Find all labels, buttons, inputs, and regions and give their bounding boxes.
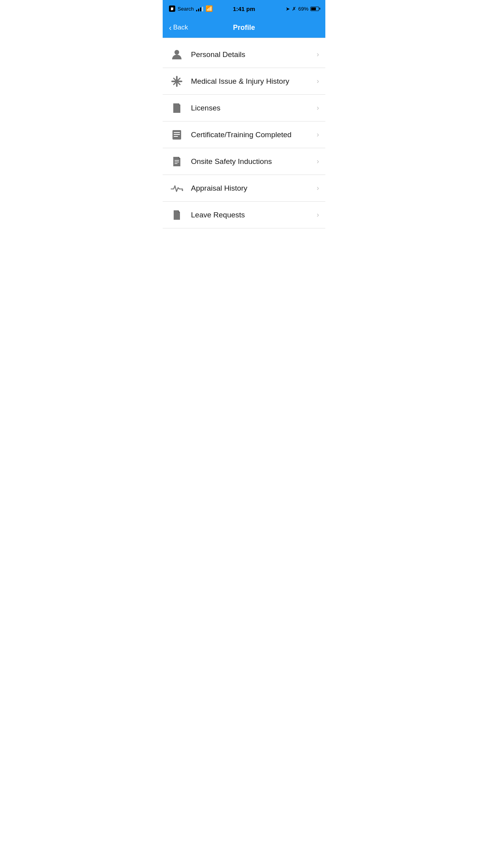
chevron-right-icon: › — [317, 77, 319, 85]
menu-item-onsite-safety[interactable]: Onsite Safety Inductions › — [163, 148, 325, 175]
back-chevron-icon: ‹ — [169, 24, 172, 31]
chevron-right-icon: › — [317, 50, 319, 59]
menu-item-leave-requests[interactable]: Leave Requests › — [163, 202, 325, 228]
bluetooth-icon: ✗ — [292, 6, 296, 12]
menu-item-appraisal-history[interactable]: Appraisal History › — [163, 175, 325, 202]
menu-list: Personal Details › Medical Issue & Injur… — [163, 41, 325, 228]
certificate-training-label: Certificate/Training Completed — [191, 131, 317, 139]
chevron-right-icon: › — [317, 104, 319, 112]
pulse-icon — [169, 180, 185, 196]
signal-bars-icon — [196, 6, 203, 11]
appraisal-history-label: Appraisal History — [191, 184, 317, 193]
nav-separator — [163, 38, 325, 38]
status-right: ➤ ✗ 69% — [286, 6, 319, 12]
menu-item-personal-details[interactable]: Personal Details › — [163, 41, 325, 68]
menu-item-medical-issue[interactable]: Medical Issue & Injury History › — [163, 68, 325, 95]
svg-point-0 — [174, 50, 179, 55]
list-document-icon — [169, 127, 185, 143]
medical-icon — [169, 74, 185, 89]
menu-item-licenses[interactable]: Licenses › — [163, 95, 325, 121]
menu-item-certificate-training[interactable]: Certificate/Training Completed › — [163, 121, 325, 148]
leave-document-icon — [169, 207, 185, 223]
nav-bar: ‹ Back Profile — [163, 17, 325, 38]
svg-point-12 — [182, 189, 183, 191]
chevron-right-icon: › — [317, 131, 319, 139]
status-left: Search 📶 — [169, 5, 213, 12]
battery-icon — [310, 7, 319, 11]
licenses-label: Licenses — [191, 104, 317, 112]
personal-details-label: Personal Details — [191, 50, 317, 59]
page-title: Profile — [233, 24, 255, 32]
carrier-label: Search — [178, 6, 194, 12]
app-icon — [169, 6, 175, 12]
wifi-icon: 📶 — [205, 5, 213, 12]
onsite-safety-label: Onsite Safety Inductions — [191, 157, 317, 166]
back-label: Back — [173, 24, 188, 31]
chevron-right-icon: › — [317, 157, 319, 166]
status-bar: Search 📶 1:41 pm ➤ ✗ 69% — [163, 0, 325, 17]
leave-requests-label: Leave Requests — [191, 211, 317, 219]
medical-issue-label: Medical Issue & Injury History — [191, 77, 317, 86]
chevron-right-icon: › — [317, 211, 319, 219]
chevron-right-icon: › — [317, 184, 319, 192]
back-button[interactable]: ‹ Back — [169, 24, 188, 31]
battery-percent: 69% — [298, 6, 308, 12]
location-icon: ➤ — [286, 6, 290, 12]
safety-document-icon — [169, 154, 185, 169]
document-icon — [169, 100, 185, 116]
person-icon — [169, 47, 185, 63]
status-time: 1:41 pm — [233, 6, 255, 12]
